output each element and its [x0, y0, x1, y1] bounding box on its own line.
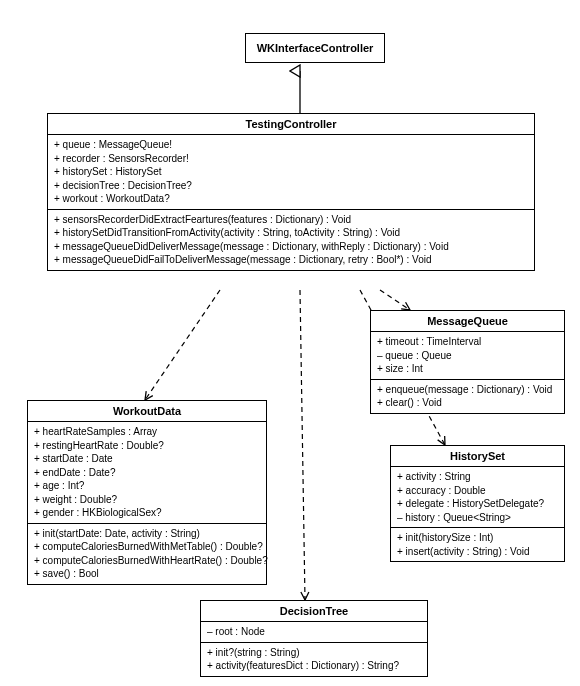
- class-title: DecisionTree: [201, 601, 427, 622]
- class-operations: + init?(string : String)+ activity(featu…: [201, 643, 427, 676]
- class-member: + workout : WorkoutData?: [54, 192, 528, 206]
- class-member: + startDate : Date: [34, 452, 260, 466]
- class-member: + messageQueueDidDeliverMessage(message …: [54, 240, 528, 254]
- class-member: + sensorsRecorderDidExtractFeartures(fea…: [54, 213, 528, 227]
- class-attributes: + queue : MessageQueue!+ recorder : Sens…: [48, 135, 534, 210]
- class-operations: + init(startDate: Date, activity : Strin…: [28, 524, 266, 584]
- class-member: + enqueue(message : Dictionary) : Void: [377, 383, 558, 397]
- class-member: + init?(string : String): [207, 646, 421, 660]
- class-operations: + enqueue(message : Dictionary) : Void+ …: [371, 380, 564, 413]
- class-member: + size : Int: [377, 362, 558, 376]
- class-member: + computeCaloriesBurnedWithHeartRate() :…: [34, 554, 260, 568]
- svg-line-3: [380, 290, 410, 310]
- class-member: + historySetDidTransitionFromActivity(ac…: [54, 226, 528, 240]
- class-historyset: HistorySet + activity : String+ accuracy…: [390, 445, 565, 562]
- class-member: + recorder : SensorsRecorder!: [54, 152, 528, 166]
- class-member: + activity : String: [397, 470, 558, 484]
- class-title: HistorySet: [391, 446, 564, 467]
- class-member: + accuracy : Double: [397, 484, 558, 498]
- class-member: + delegate : HistorySetDelegate?: [397, 497, 558, 511]
- class-attributes: + heartRateSamples : Array+ restingHeart…: [28, 422, 266, 524]
- svg-line-1: [145, 290, 220, 400]
- class-member: + clear() : Void: [377, 396, 558, 410]
- class-member: + endDate : Date?: [34, 466, 260, 480]
- class-title: WorkoutData: [28, 401, 266, 422]
- class-operations: + init(historySize : Int)+ insert(activi…: [391, 528, 564, 561]
- class-member: + insert(activity : String) : Void: [397, 545, 558, 559]
- class-member: + historySet : HistorySet: [54, 165, 528, 179]
- class-member: + init(historySize : Int): [397, 531, 558, 545]
- class-attributes: + activity : String+ accuracy : Double+ …: [391, 467, 564, 528]
- class-operations: + sensorsRecorderDidExtractFeartures(fea…: [48, 210, 534, 270]
- class-member: + messageQueueDidFailToDeliverMessage(me…: [54, 253, 528, 267]
- class-member: + save() : Bool: [34, 567, 260, 581]
- class-decisiontree: DecisionTree – root : Node + init?(strin…: [200, 600, 428, 677]
- class-testingcontroller: TestingController + queue : MessageQueue…: [47, 113, 535, 271]
- class-member: + restingHeartRate : Double?: [34, 439, 260, 453]
- class-wkinterfacecontroller: WKInterfaceController: [245, 33, 385, 63]
- class-title: WKInterfaceController: [246, 34, 384, 62]
- class-member: + activity(featuresDict : Dictionary) : …: [207, 659, 421, 673]
- class-member: – root : Node: [207, 625, 421, 639]
- svg-line-2: [300, 290, 305, 600]
- class-member: + gender : HKBiologicalSex?: [34, 506, 260, 520]
- class-member: + decisionTree : DecisionTree?: [54, 179, 528, 193]
- class-member: – queue : Queue: [377, 349, 558, 363]
- class-title: MessageQueue: [371, 311, 564, 332]
- class-workoutdata: WorkoutData + heartRateSamples : Array+ …: [27, 400, 267, 585]
- class-attributes: + timeout : TimeInterval– queue : Queue+…: [371, 332, 564, 380]
- class-member: + age : Int?: [34, 479, 260, 493]
- class-messagequeue: MessageQueue + timeout : TimeInterval– q…: [370, 310, 565, 414]
- class-member: + heartRateSamples : Array: [34, 425, 260, 439]
- class-member: – history : Queue<String>: [397, 511, 558, 525]
- class-member: + queue : MessageQueue!: [54, 138, 528, 152]
- class-title: TestingController: [48, 114, 534, 135]
- class-member: + init(startDate: Date, activity : Strin…: [34, 527, 260, 541]
- class-member: + weight : Double?: [34, 493, 260, 507]
- class-member: + timeout : TimeInterval: [377, 335, 558, 349]
- class-member: + computeCaloriesBurnedWithMetTable() : …: [34, 540, 260, 554]
- class-attributes: – root : Node: [201, 622, 427, 643]
